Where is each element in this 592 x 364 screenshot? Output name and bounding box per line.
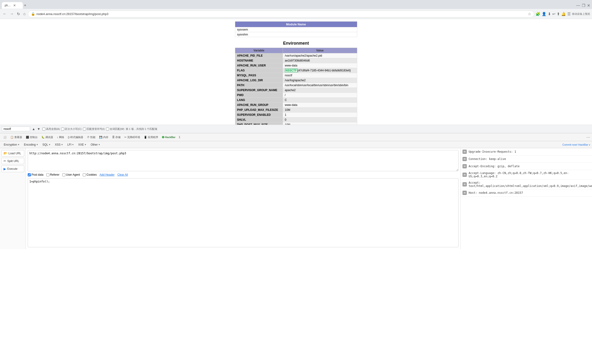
restore-button[interactable]: ❐ (582, 3, 585, 8)
devtools-application[interactable]: 📱 应用程序 (142, 135, 160, 140)
table-row: APACHE_RUN_USERwww-data (235, 63, 357, 68)
post-data-option[interactable]: Post data (28, 173, 44, 176)
history-back-icon[interactable]: ↩ (552, 12, 555, 16)
env-variable-cell: SUPERVISOR_GROUP_NAME (235, 88, 283, 93)
notification-icon[interactable]: 🔔 (561, 12, 566, 16)
env-variable-cell: PHP_POST_MAX_SIZE (235, 122, 283, 125)
referer-option[interactable]: Referer (46, 173, 59, 176)
env-value-cell: 1 (283, 112, 357, 117)
devtools-debugger[interactable]: 🐛 调试器 (40, 135, 54, 140)
user-agent-option[interactable]: User Agent (62, 173, 80, 176)
find-option-diacritic[interactable]: 匹配变音符号(I) (83, 127, 105, 131)
xss-arrow: ▼ (61, 143, 63, 146)
devtools-style-editor[interactable]: {} 样式编辑器 (66, 135, 85, 140)
table-row: FLAGNSSCTF{47c8faf4-7185-4344-94b1-bbfa9… (235, 68, 357, 73)
encryption-arrow: ▼ (18, 143, 20, 146)
diacritic-checkbox[interactable] (83, 128, 86, 130)
load-url-button[interactable]: 📂 Load URL (1, 150, 24, 156)
split-url-label: Split URL (7, 159, 19, 163)
minimize-button[interactable]: — (576, 3, 580, 8)
find-input[interactable] (2, 127, 30, 131)
download-icon[interactable]: ⬇ (548, 12, 551, 16)
menu-xxe[interactable]: XXE ▼ (76, 142, 88, 147)
find-option-case[interactable]: 区分大小写(C) (61, 127, 81, 131)
menu-sql[interactable]: SQL ▼ (41, 142, 53, 147)
devtools-storage[interactable]: 🗄 存储 (111, 135, 122, 140)
access-icon: ✂ (124, 136, 126, 139)
cookies-checkbox[interactable] (83, 173, 86, 176)
active-tab[interactable]: phpinfo() ✕ (2, 2, 23, 9)
module-table: Module Name sysvsemsysvshm (235, 21, 357, 37)
memory-icon: 💾 (99, 136, 102, 139)
back-button[interactable]: ← (2, 11, 7, 17)
hackbar-dot (162, 136, 164, 138)
body-textarea[interactable]: 1=phpinfo(); (28, 178, 459, 247)
tab-close-button[interactable]: ✕ (13, 4, 20, 7)
commit-link[interactable]: Commit now! HackBar v (562, 143, 590, 146)
referer-label: Referer (50, 173, 59, 176)
close-window-button[interactable]: ✕ (587, 3, 590, 8)
menu-lfi[interactable]: LFI ▼ (65, 142, 76, 147)
env-value-cell: /usr/local/sbin/usr/local/bin/usr/sbin/u… (283, 83, 357, 88)
split-url-icon: ✂ (4, 159, 6, 163)
hackbar-menu: Encryption ▼ Encoding ▼ SQL ▼ XSS ▼ LFI … (0, 141, 592, 148)
forward-button[interactable]: → (9, 11, 14, 17)
header-text: Accept-Encoding: gzip, deflate (469, 165, 520, 168)
add-header-button[interactable]: Add Header (99, 173, 114, 176)
reload-button[interactable]: ↻ (16, 11, 21, 17)
table-row: APACHE_PID_FILE/var/run/apache2/apache2.… (235, 53, 357, 58)
header-text: Host: node4.anna.nssctf.cn:28157 (469, 191, 523, 195)
find-option-whole-word[interactable]: 全词匹配(W) (106, 127, 124, 131)
clear-all-button[interactable]: Clear All (118, 173, 128, 176)
value-col-header: Value (283, 48, 357, 53)
find-prev-button[interactable]: ▲ (32, 127, 35, 131)
highlight-all-checkbox[interactable] (42, 128, 45, 130)
post-data-checkbox[interactable] (28, 173, 31, 176)
new-tab-button[interactable]: + (24, 3, 26, 8)
other-label: Other (91, 143, 98, 146)
menu-encryption[interactable]: Encryption ▼ (2, 142, 22, 147)
env-variable-cell: SUPERVISOR_ENABLED (235, 112, 283, 117)
encryption-label: Encryption (4, 143, 17, 146)
menu-encoding[interactable]: Encoding ▼ (22, 142, 40, 147)
devtools-network[interactable]: ↕ 网络 (55, 135, 66, 140)
menu-icon[interactable]: ☰ (567, 12, 571, 16)
inspector-icon: 📋 (10, 136, 14, 139)
share-icon[interactable]: ⬆ (557, 12, 560, 16)
split-url-button[interactable]: ✂ Split URL (1, 158, 24, 164)
header-badge: H (462, 173, 467, 177)
user-agent-checkbox[interactable] (62, 173, 65, 176)
env-variable-cell: PHP_UPLOAD_MAX_FILESIZE (235, 108, 283, 112)
menu-xss[interactable]: XSS ▼ (53, 142, 65, 147)
url-textarea[interactable]: http://node4.anna.nssctf.cn:28157/bootst… (28, 150, 459, 171)
whole-word-checkbox[interactable] (106, 128, 109, 130)
cookies-option[interactable]: Cookies (83, 173, 97, 176)
cookies-label: Cookies (86, 173, 97, 176)
header-row: HConnection: keep-alive (461, 156, 592, 163)
bookmark-icon[interactable]: ☆ (528, 12, 531, 16)
execute-button[interactable]: ▶ Execute (1, 166, 24, 172)
devtools-more-button[interactable]: ⋯ (586, 135, 590, 139)
devtools-console[interactable]: ⬛ 控制台 (24, 135, 39, 140)
hackbar-main: 📂 Load URL ✂ Split URL ▶ Execute http://… (0, 148, 592, 249)
find-next-button[interactable]: ▼ (37, 127, 40, 131)
referer-checkbox[interactable] (46, 173, 49, 176)
devtools-pick-element[interactable]: ⬜ (2, 135, 8, 139)
devtools-performance[interactable]: ⏱ 性能 (86, 135, 97, 140)
hackbar-button[interactable]: HackBar (160, 135, 177, 139)
devtools-memory[interactable]: 💾 内存 (98, 135, 110, 140)
match-case-checkbox[interactable] (61, 128, 64, 130)
env-variable-cell: APACHE_PID_FILE (235, 53, 283, 58)
devtools-accessibility[interactable]: ✂ 无障碍环境 (123, 135, 141, 140)
home-button[interactable]: ⌂ (22, 11, 26, 17)
extensions-icon[interactable]: 🧩 (536, 12, 540, 16)
find-option-highlight[interactable]: 高亮全部(A) (42, 127, 60, 131)
devtools-error-count: 1 (179, 136, 180, 139)
url-input[interactable] (36, 12, 526, 16)
window-controls: — ❐ ✕ (576, 3, 590, 8)
devtools-inspector[interactable]: 📋 查看器 (9, 135, 24, 140)
menu-other[interactable]: Other ▼ (89, 142, 102, 147)
profile-icon[interactable]: 👤 (542, 12, 546, 16)
env-value-cell: nssctf (283, 73, 357, 78)
env-value-cell: /var/run/apache2/apache2.pid (283, 53, 357, 58)
